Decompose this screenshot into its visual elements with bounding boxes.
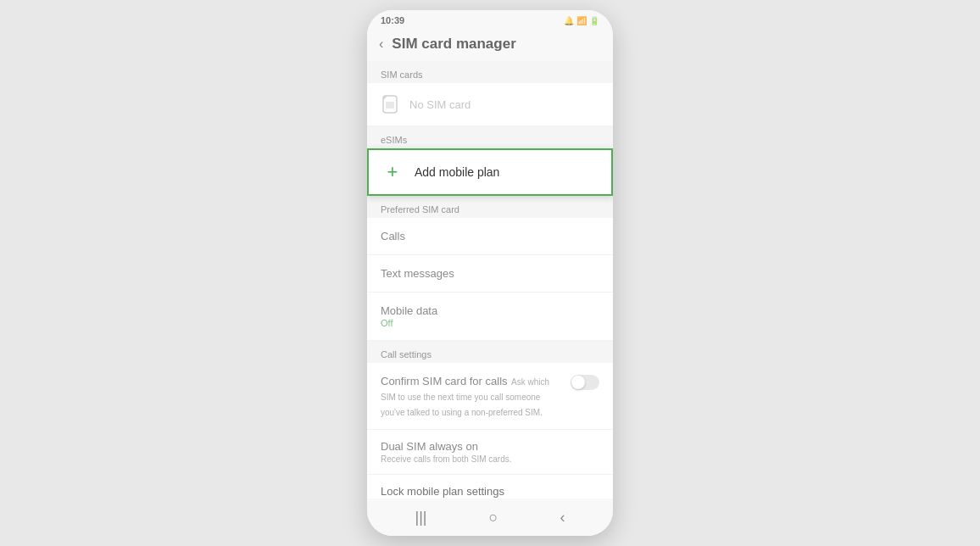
battery-icon: 🔋 [589,16,599,25]
call-settings-label: Call settings [367,341,613,363]
dual-sim-row[interactable]: Dual SIM always on Receive calls from bo… [367,430,613,475]
preferred-sim-section: Calls Text messages Mobile data Off [367,218,613,341]
header: ‹ SIM card manager [367,29,613,61]
calls-row[interactable]: Calls [367,218,613,255]
confirm-sim-row[interactable]: Confirm SIM card for calls Ask which SIM… [367,363,613,430]
mobile-data-label: Mobile data [381,304,599,317]
back-button[interactable]: ‹ [379,36,383,52]
home-button[interactable]: ○ [489,509,498,526]
page-title: SIM card manager [392,36,515,53]
plus-icon: + [382,162,403,182]
no-sim-text: No SIM card [409,98,471,111]
add-mobile-plan-row[interactable]: + Add mobile plan [367,148,613,196]
lock-plan-title: Lock mobile plan settings [381,485,599,498]
back-nav-button[interactable]: ‹ [560,509,565,526]
confirm-sim-title: Confirm SIM card for calls [381,375,508,387]
no-sim-row: No SIM card [367,83,613,126]
status-bar: 10:39 🔔 📶 🔋 [367,10,613,29]
content-area: SIM cards No SIM card eSIMs + Add mobile… [367,61,613,502]
confirm-sim-toggle[interactable] [571,375,599,390]
status-time: 10:39 [381,15,404,25]
sim-card-section: No SIM card [367,83,613,126]
status-icons: 🔔 📶 🔋 [564,16,599,25]
preferred-sim-label: Preferred SIM card [367,196,613,218]
calls-label: Calls [381,230,599,242]
dual-sim-title: Dual SIM always on [381,440,599,453]
sim-cards-label: SIM cards [367,61,613,83]
text-messages-label: Text messages [381,267,599,280]
wifi-icon: 📶 [576,16,587,25]
svg-rect-1 [386,102,394,109]
confirm-sim-content: Confirm SIM card for calls Ask which SIM… [381,373,571,419]
call-settings-section: Confirm SIM card for calls Ask which SIM… [367,363,613,502]
mobile-data-row[interactable]: Mobile data Off [367,292,613,341]
text-messages-row[interactable]: Text messages [367,255,613,292]
signal-icon: 🔔 [564,16,574,25]
sim-card-icon [381,95,399,114]
toggle-thumb [571,376,585,389]
nav-bar: ||| ○ ‹ [367,499,613,536]
add-mobile-plan-text: Add mobile plan [415,165,499,179]
esims-label: eSIMs [367,126,613,148]
mobile-data-value: Off [381,318,599,328]
menu-button[interactable]: ||| [415,509,427,526]
dual-sim-subtitle: Receive calls from both SIM cards. [381,454,599,464]
